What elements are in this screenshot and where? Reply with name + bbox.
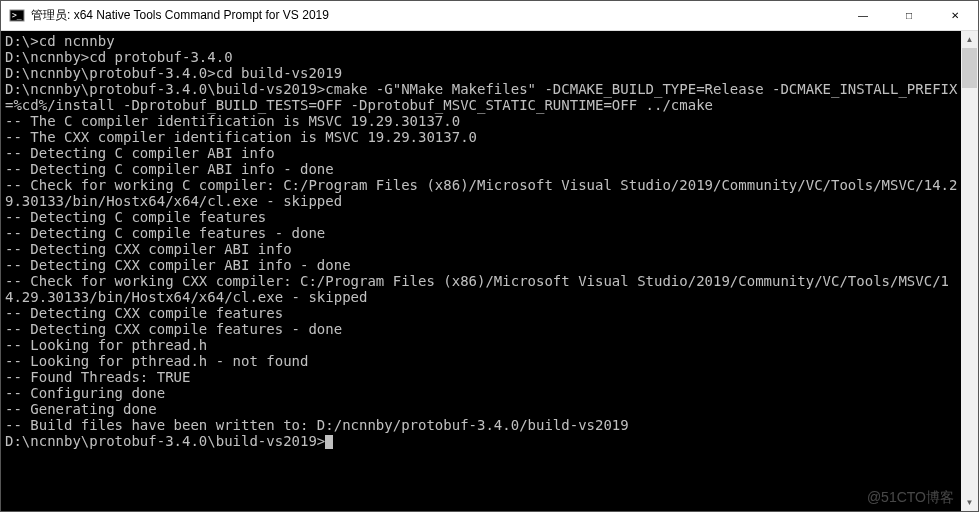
close-button[interactable]: ✕ — [932, 1, 978, 30]
terminal-line: -- Configuring done — [5, 385, 961, 401]
terminal-line: D:\ncnnby\protobuf-3.4.0\build-vs2019>cm… — [5, 81, 961, 113]
terminal-line: D:\ncnnby\protobuf-3.4.0\build-vs2019> — [5, 433, 961, 449]
terminal-line: -- Detecting C compile features - done — [5, 225, 961, 241]
terminal-line: -- Check for working C compiler: C:/Prog… — [5, 177, 961, 209]
scroll-down-button[interactable]: ▼ — [961, 494, 978, 511]
terminal-line: D:\ncnnby\protobuf-3.4.0>cd build-vs2019 — [5, 65, 961, 81]
terminal-line: -- Found Threads: TRUE — [5, 369, 961, 385]
terminal-line: -- Detecting CXX compile features - done — [5, 321, 961, 337]
terminal-line: -- Looking for pthread.h - not found — [5, 353, 961, 369]
terminal-line: -- Detecting C compiler ABI info — [5, 145, 961, 161]
terminal-line: -- Detecting CXX compiler ABI info — [5, 241, 961, 257]
app-icon: >_ — [9, 8, 25, 24]
svg-text:>_: >_ — [12, 11, 22, 20]
titlebar[interactable]: >_ 管理员: x64 Native Tools Command Prompt … — [1, 1, 978, 31]
scroll-up-button[interactable]: ▲ — [961, 31, 978, 48]
client-area: D:\>cd ncnnbyD:\ncnnby>cd protobuf-3.4.0… — [1, 31, 978, 511]
terminal-line: -- Check for working CXX compiler: C:/Pr… — [5, 273, 961, 305]
terminal-line: D:\ncnnby>cd protobuf-3.4.0 — [5, 49, 961, 65]
terminal-line: -- Generating done — [5, 401, 961, 417]
terminal-line: -- The CXX compiler identification is MS… — [5, 129, 961, 145]
terminal-line: -- The C compiler identification is MSVC… — [5, 113, 961, 129]
cursor — [325, 435, 333, 449]
terminal-line: -- Detecting CXX compiler ABI info - don… — [5, 257, 961, 273]
scroll-thumb[interactable] — [962, 48, 977, 88]
terminal-line: -- Detecting C compile features — [5, 209, 961, 225]
vertical-scrollbar[interactable]: ▲ ▼ — [961, 31, 978, 511]
maximize-button[interactable]: □ — [886, 1, 932, 30]
terminal-line: -- Build files have been written to: D:/… — [5, 417, 961, 433]
terminal-output[interactable]: D:\>cd ncnnbyD:\ncnnby>cd protobuf-3.4.0… — [1, 31, 961, 511]
window-controls: — □ ✕ — [840, 1, 978, 30]
window-title: 管理员: x64 Native Tools Command Prompt for… — [31, 7, 840, 24]
terminal-line: -- Looking for pthread.h — [5, 337, 961, 353]
minimize-button[interactable]: — — [840, 1, 886, 30]
terminal-line: -- Detecting CXX compile features — [5, 305, 961, 321]
terminal-line: D:\>cd ncnnby — [5, 33, 961, 49]
terminal-line: -- Detecting C compiler ABI info - done — [5, 161, 961, 177]
app-window: >_ 管理员: x64 Native Tools Command Prompt … — [0, 0, 979, 512]
